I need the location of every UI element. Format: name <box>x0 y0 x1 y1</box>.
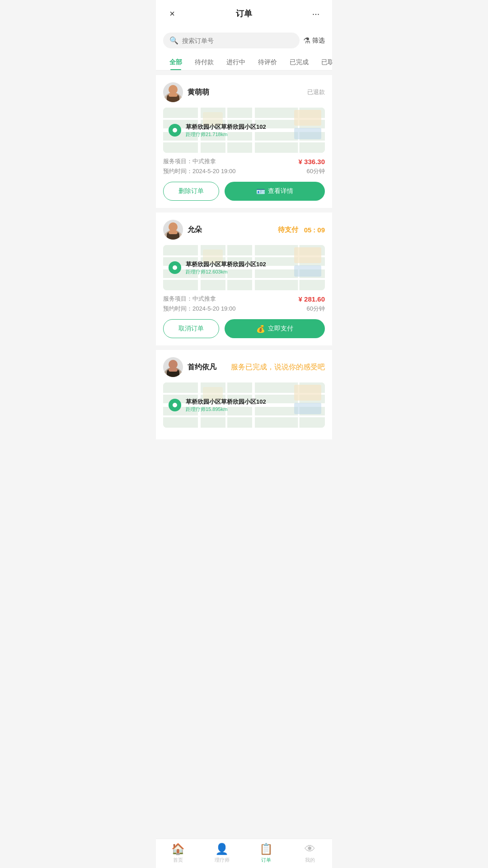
order-timer-2: 待支付 05 : 09 <box>278 226 325 234</box>
tab-cancelled[interactable]: 已取消 <box>315 54 332 70</box>
service-label-1: 服务项目：中式推拿 <box>163 157 216 165</box>
filter-icon: ⚗ <box>303 36 310 46</box>
pending-label-2: 待支付 <box>278 226 298 234</box>
time-row-1: 预约时间：2024-5-20 19:00 60分钟 <box>163 167 325 175</box>
order-price-1: ¥ 336.30 <box>299 158 325 165</box>
order-card-3: 首约依凡 服务已完成，说说你的感受吧 草桥欣园 <box>156 350 332 439</box>
location-details-2: 草桥欣园小区草桥欣园小区102 距理疗师12.603km <box>186 260 319 275</box>
location-name-3: 草桥欣园小区草桥欣园小区102 <box>186 398 319 406</box>
location-details-3: 草桥欣园小区草桥欣园小区102 距理疗师15.895km <box>186 398 319 413</box>
search-input[interactable] <box>182 37 293 44</box>
service-label-2: 服务项目：中式推拿 <box>163 295 216 303</box>
tab-in-progress[interactable]: 进行中 <box>220 54 252 70</box>
btn-row-2: 取消订单 💰 立即支付 <box>163 319 325 338</box>
nav-home[interactable]: 🏠 首页 <box>156 843 200 863</box>
service-row-1: 服务项目：中式推拿 ¥ 336.30 <box>163 157 325 165</box>
nav-home-label: 首页 <box>173 857 183 863</box>
search-wrapper[interactable]: 🔍 <box>163 33 300 48</box>
svg-point-16 <box>169 222 178 231</box>
pay-now-button[interactable]: 💰 立即支付 <box>225 319 325 338</box>
map-info-2: 草桥欣园小区草桥欣园小区102 距理疗师12.603km <box>163 245 325 290</box>
therapist-info-3: 首约依凡 <box>163 357 216 377</box>
order-header-2: 允朵 待支付 05 : 09 <box>163 220 325 240</box>
location-details-1: 草桥欣园小区草桥欣园小区102 距理疗师21.718km <box>186 123 319 138</box>
avatar-svg-1 <box>163 82 183 102</box>
avatar-3 <box>163 357 183 377</box>
location-name-1: 草桥欣园小区草桥欣园小区102 <box>186 123 319 131</box>
location-dist-3: 距理疗师15.895km <box>186 406 319 413</box>
order-status-3: 服务已完成，说说你的感受吧 <box>231 363 325 372</box>
therapist-name-3: 首约依凡 <box>188 363 216 372</box>
tab-completed[interactable]: 已完成 <box>283 54 315 70</box>
order-card-2: 允朵 待支付 05 : 09 <box>156 212 332 345</box>
map-info-1: 草桥欣园小区草桥欣园小区102 距理疗师21.718km <box>163 108 325 153</box>
time-row-2: 预约时间：2024-5-20 19:00 60分钟 <box>163 305 325 313</box>
therapist-info-1: 黄萌萌 <box>163 82 209 102</box>
avatar-svg-2 <box>163 220 183 240</box>
service-row-2: 服务项目：中式推拿 ¥ 281.60 <box>163 295 325 303</box>
btn-row-1: 删除订单 🪪 查看详情 <box>163 182 325 201</box>
order-status-1: 已退款 <box>307 88 325 96</box>
avatar-2 <box>163 220 183 240</box>
timer-colon: : <box>313 226 315 234</box>
therapist-icon: 👤 <box>215 843 229 855</box>
svg-rect-3 <box>169 93 178 97</box>
filter-label: 筛选 <box>312 37 325 45</box>
close-button[interactable]: × <box>165 6 179 21</box>
filter-button[interactable]: ⚗ 筛选 <box>303 36 325 46</box>
search-bar: 🔍 ⚗ 筛选 <box>156 27 332 54</box>
order-card-1: 黄萌萌 已退款 草桥欣园小区草桥欣园小区102 <box>156 75 332 208</box>
search-icon: 🔍 <box>169 36 178 45</box>
map-info-3: 草桥欣园小区草桥欣园小区102 距理疗师15.895km <box>163 382 325 428</box>
svg-point-1 <box>169 85 178 94</box>
location-pin-1 <box>169 124 181 137</box>
svg-rect-18 <box>169 231 178 234</box>
view-detail-button[interactable]: 🪪 查看详情 <box>225 182 325 201</box>
tabs-bar: 全部 待付款 进行中 待评价 已完成 已取消 <box>156 54 332 71</box>
nav-profile-label: 我的 <box>305 857 315 863</box>
bottom-nav: 🏠 首页 👤 理疗师 📋 订单 👁 我的 <box>156 839 332 868</box>
location-name-2: 草桥欣园小区草桥欣园小区102 <box>186 260 319 269</box>
detail-icon: 🪪 <box>256 187 265 196</box>
therapist-name-1: 黄萌萌 <box>188 88 209 97</box>
nav-therapist-label: 理疗师 <box>215 857 230 863</box>
avatar-1 <box>163 82 183 102</box>
svg-point-31 <box>169 360 178 369</box>
tab-pending-payment[interactable]: 待付款 <box>188 54 220 70</box>
order-icon: 📋 <box>259 843 273 855</box>
nav-profile[interactable]: 👁 我的 <box>288 843 333 863</box>
location-dist-1: 距理疗师21.718km <box>186 131 319 138</box>
map-area-1: 草桥欣园小区草桥欣园小区102 距理疗师21.718km <box>163 108 325 153</box>
avatar-svg-3 <box>163 357 183 377</box>
nav-therapist[interactable]: 👤 理疗师 <box>200 843 244 863</box>
map-area-3: 草桥欣园小区草桥欣园小区102 距理疗师15.895km <box>163 382 325 428</box>
header: × 订单 ··· <box>156 0 332 27</box>
time-label-2: 预约时间：2024-5-20 19:00 <box>163 305 235 313</box>
order-price-2: ¥ 281.60 <box>299 295 325 303</box>
location-pin-3 <box>169 399 181 411</box>
order-header-1: 黄萌萌 已退款 <box>163 82 325 102</box>
therapist-info-2: 允朵 <box>163 220 202 240</box>
cancel-order-button[interactable]: 取消订单 <box>163 319 219 338</box>
location-dist-2: 距理疗师12.603km <box>186 269 319 275</box>
timer-seconds: 09 <box>317 226 325 234</box>
nav-order-label: 订单 <box>261 857 271 863</box>
map-area-2: 草桥欣园小区草桥欣园小区102 距理疗师12.603km <box>163 245 325 290</box>
time-label-1: 预约时间：2024-5-20 19:00 <box>163 167 235 175</box>
tab-all[interactable]: 全部 <box>163 54 188 70</box>
order-duration-2: 60分钟 <box>307 305 325 313</box>
profile-icon: 👁 <box>305 843 315 855</box>
more-button[interactable]: ··· <box>309 6 323 21</box>
svg-rect-33 <box>169 368 178 372</box>
nav-order[interactable]: 📋 订单 <box>244 843 288 863</box>
delete-order-button[interactable]: 删除订单 <box>163 182 219 201</box>
order-header-3: 首约依凡 服务已完成，说说你的感受吧 <box>163 357 325 377</box>
location-pin-2 <box>169 261 181 274</box>
pay-icon: 💰 <box>256 325 265 333</box>
home-icon: 🏠 <box>171 843 185 855</box>
order-duration-1: 60分钟 <box>307 167 325 175</box>
orders-list: 黄萌萌 已退款 草桥欣园小区草桥欣园小区102 <box>156 71 332 471</box>
page-title: 订单 <box>236 8 252 19</box>
tab-pending-review[interactable]: 待评价 <box>252 54 283 70</box>
timer-minutes: 05 <box>304 226 312 234</box>
